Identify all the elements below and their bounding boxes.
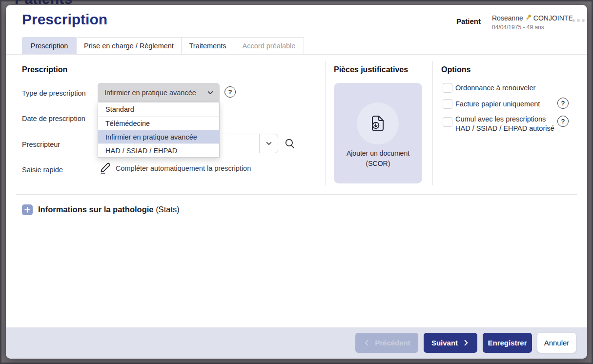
modal-footer: Précédent Suivant Enregistrer Annuler: [6, 327, 587, 359]
quick-entry-label: Saisie rapide: [22, 166, 63, 174]
divider: [16, 194, 577, 195]
patient-label: Patient: [456, 17, 481, 25]
checkbox-label: Facture papier uniquement: [455, 100, 540, 109]
form-section-title: Prescription: [22, 65, 67, 74]
type-help-icon[interactable]: ?: [225, 86, 236, 98]
save-button-label: Enregistrer: [488, 339, 527, 347]
patient-first-name: Roseanne: [492, 14, 523, 22]
app-window: Patients Prescription Patient Roseanne C…: [0, 0, 593, 364]
add-document-button[interactable]: Ajouter un document (SCOR): [334, 83, 422, 183]
attachments-title: Pièces justificatives: [334, 65, 408, 74]
previous-button-label: Précédent: [375, 339, 410, 347]
cumul-help-icon[interactable]: ?: [557, 116, 569, 127]
patient-last-name: CONJOINTE: [533, 14, 573, 22]
key-icon: [525, 14, 532, 22]
pathology-title-bold: Informations sur la pathologie: [38, 205, 154, 214]
options-title: Options: [441, 65, 470, 74]
divider: [325, 61, 326, 185]
option-had-ssiad-ehpad[interactable]: HAD / SSIAD / EHPAD: [98, 143, 219, 157]
chevron-down-icon: [207, 89, 214, 96]
type-select-dropdown: Standard Télémédecine Infirmier en prati…: [98, 102, 220, 158]
tab-accord-prealable: Accord préalable: [234, 37, 304, 54]
edit-pen-icon[interactable]: [99, 162, 112, 174]
patient-name: Roseanne CONJOINTE: [492, 14, 573, 22]
chevron-down-icon: [266, 140, 272, 147]
pathology-title-suffix: (Stats): [156, 205, 180, 214]
more-options-icon[interactable]: [572, 19, 585, 22]
add-document-sublabel: (SCOR): [334, 160, 422, 167]
checkbox-ordonnance-renouveler[interactable]: [443, 83, 452, 93]
chevron-right-icon: [462, 339, 470, 346]
type-select-value: Infirmier en pratique avancée: [104, 89, 207, 97]
next-button-label: Suivant: [431, 339, 458, 347]
pathology-section-title: Informations sur la pathologie (Stats): [38, 205, 180, 214]
next-button[interactable]: Suivant: [424, 333, 477, 353]
cancel-button[interactable]: Annuler: [537, 333, 576, 353]
divider: [432, 61, 433, 185]
previous-button: Précédent: [355, 333, 418, 353]
autocomplete-prescription-action[interactable]: Compléter automatiquement la prescriptio…: [116, 164, 251, 172]
option-telemedecine[interactable]: Télémédecine: [98, 116, 219, 130]
tab-bar: Prescription Prise en charge / Règlement…: [6, 37, 587, 55]
option-infirmier-pratique-avancee[interactable]: Infirmier en pratique avancée: [98, 130, 219, 143]
tab-traitements[interactable]: Traitements: [182, 37, 234, 54]
save-button[interactable]: Enregistrer: [483, 333, 532, 353]
tab-prise-en-charge[interactable]: Prise en charge / Règlement: [77, 37, 182, 54]
checkbox-label: Ordonnance à renouveler: [455, 83, 535, 93]
checkbox-cumul-had[interactable]: [443, 117, 452, 127]
document-download-icon: [368, 114, 387, 135]
prescriber-field-label: Prescripteur: [22, 141, 60, 148]
checkbox-facture-papier[interactable]: [443, 99, 452, 109]
modal-title: Prescription: [22, 11, 107, 28]
search-prescriber-icon[interactable]: [284, 137, 296, 150]
tab-prescription[interactable]: Prescription: [22, 37, 77, 54]
cancel-button-label: Annuler: [544, 339, 570, 347]
date-field-label: Date de prescription: [22, 115, 85, 122]
prescription-modal: Prescription Patient Roseanne CONJOINTE …: [6, 5, 587, 359]
patient-birth-info: 04/04/1975 - 49 ans: [492, 24, 573, 31]
option-standard[interactable]: Standard: [98, 102, 219, 116]
type-field-label: Type de prescription: [22, 89, 86, 97]
add-document-label: Ajouter un document: [334, 149, 422, 157]
expand-pathology-button[interactable]: [22, 204, 33, 215]
patient-summary: Roseanne CONJOINTE 04/04/1975 - 49 ans: [492, 14, 573, 31]
type-select[interactable]: Infirmier en pratique avancée: [98, 83, 220, 102]
chevron-left-icon: [363, 339, 370, 346]
facture-help-icon[interactable]: ?: [557, 98, 569, 109]
checkbox-label: Cumul avec les prescriptions HAD / SSIAD…: [455, 115, 559, 133]
